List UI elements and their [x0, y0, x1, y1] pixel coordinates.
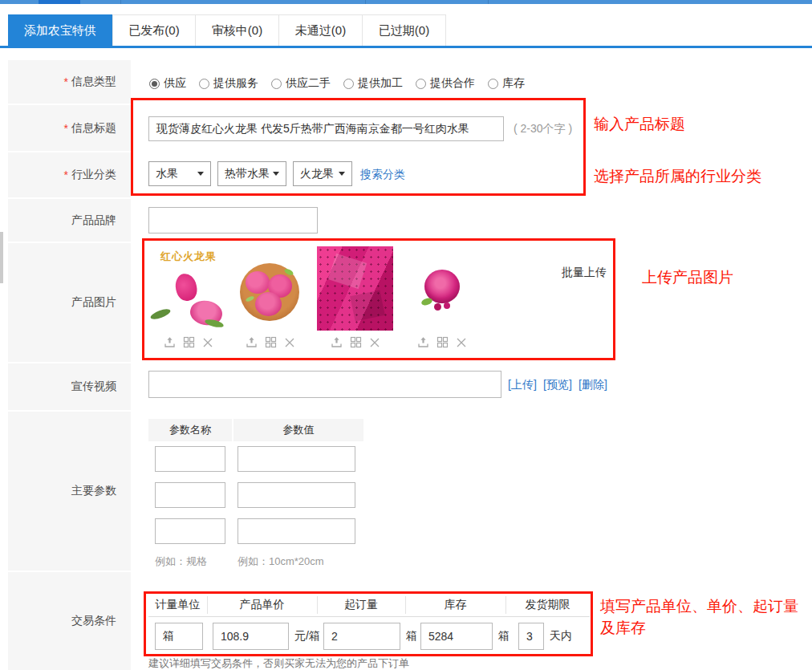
tab-expired[interactable]: 已过期(0) — [362, 14, 446, 47]
grid-icon[interactable] — [436, 336, 449, 348]
radio-supply[interactable]: 供应 — [149, 76, 186, 91]
radio-processing[interactable]: 提供加工 — [343, 76, 403, 91]
video-upload-link[interactable]: [上传] — [508, 378, 537, 392]
tab-published[interactable]: 已发布(0) — [112, 14, 196, 47]
browser-top-strip — [0, 0, 812, 4]
upload-icon[interactable] — [164, 336, 176, 348]
video-delete-link[interactable]: [删除] — [579, 378, 607, 392]
param-value-example: 例如：10cm*20cm — [238, 554, 324, 569]
trade-header-divider — [405, 596, 406, 614]
strip-divider — [488, 0, 489, 4]
radio-icon — [271, 79, 282, 89]
trade-unit-group: 箱 — [155, 623, 203, 650]
trade-moq-input[interactable]: 2 — [323, 623, 400, 650]
cube-highlight — [328, 254, 367, 290]
param-value-input-1[interactable] — [238, 446, 355, 472]
close-icon[interactable] — [456, 337, 467, 348]
product-image-2[interactable] — [234, 254, 305, 331]
required-mark: * — [64, 122, 68, 135]
label-video: 宣传视频 — [8, 363, 131, 410]
close-icon[interactable] — [202, 337, 213, 348]
radio-icon — [343, 79, 354, 89]
radio-label: 供应 — [164, 76, 186, 91]
trade-moq-unit: 箱 — [406, 629, 417, 644]
upload-icon[interactable] — [331, 336, 343, 348]
close-icon[interactable] — [369, 337, 380, 348]
grid-icon[interactable] — [350, 336, 362, 348]
param-value-input-3[interactable] — [238, 518, 355, 544]
tab-under-review[interactable]: 审核中(0) — [195, 14, 279, 47]
brand-input[interactable] — [148, 207, 318, 233]
param-name-input-1[interactable] — [155, 446, 225, 472]
trade-price-input[interactable]: 108.9 — [213, 623, 289, 650]
category-select-level1[interactable]: 水果 — [148, 161, 211, 186]
label-info-title: * 信息标题 — [8, 105, 131, 151]
image-1-toolbar — [164, 336, 213, 348]
radio-label: 提供合作 — [430, 76, 475, 91]
strip-divider — [120, 0, 121, 4]
product-image-4[interactable] — [405, 254, 477, 331]
radio-secondhand[interactable]: 供应二手 — [271, 76, 331, 91]
label-info-type: * 信息类型 — [8, 60, 131, 104]
label-text: 信息类型 — [71, 75, 116, 89]
upload-icon[interactable] — [417, 336, 429, 348]
dragonfruit-shape — [246, 271, 270, 294]
category-select-level2[interactable]: 热带水果 — [217, 161, 286, 186]
chevron-down-icon — [197, 172, 204, 176]
label-text: 交易条件 — [71, 614, 116, 628]
annotation-title: 输入产品标题 — [594, 113, 685, 135]
tab-add-special-supply[interactable]: 添加农宝特供 — [8, 14, 112, 47]
grid-icon[interactable] — [265, 336, 277, 348]
label-brand: 产品品牌 — [8, 199, 131, 242]
label-trade: 交易条件 — [8, 572, 131, 670]
trade-unit-input[interactable]: 箱 — [155, 623, 203, 650]
chevron-down-icon — [273, 172, 279, 176]
radio-icon — [199, 79, 209, 89]
tab-rejected[interactable]: 未通过(0) — [278, 14, 363, 47]
annotation-category: 选择产品所属的行业分类 — [594, 165, 761, 187]
param-value-header: 参数值 — [233, 419, 363, 441]
param-name-input-2[interactable] — [155, 482, 225, 508]
radio-label: 库存 — [502, 76, 525, 91]
trade-stock-input[interactable]: 5284 — [420, 623, 493, 650]
param-value-input-2[interactable] — [238, 482, 355, 508]
radio-icon — [149, 79, 160, 89]
annotation-trade: 填写产品单位、单价、起订量及库存 — [600, 595, 806, 639]
trade-price-unit: 元/箱 — [294, 629, 320, 644]
required-mark: * — [64, 169, 68, 181]
image-caption: 红心火龙果 — [148, 250, 229, 264]
upload-icon[interactable] — [246, 336, 258, 348]
annotation-images: 上传产品图片 — [642, 266, 733, 288]
grid-icon[interactable] — [183, 336, 195, 348]
search-category-link[interactable]: 搜索分类 — [360, 168, 405, 182]
close-icon[interactable] — [284, 337, 295, 348]
radio-label: 提供加工 — [358, 76, 403, 91]
video-preview-link[interactable]: [预览] — [543, 378, 572, 392]
product-image-1[interactable]: 红心火龙果 — [148, 246, 229, 331]
product-image-3[interactable] — [317, 246, 393, 331]
page: 添加农宝特供 已发布(0) 审核中(0) 未通过(0) 已过期(0) * 信息类… — [0, 0, 812, 670]
trade-price-group: 108.9 元/箱 — [213, 623, 320, 650]
radio-cooperation[interactable]: 提供合作 — [416, 76, 475, 91]
trade-header-moq: 起订量 — [317, 594, 405, 616]
label-images: 产品图片 — [8, 243, 131, 362]
trade-header-underline — [148, 616, 590, 617]
batch-upload-link[interactable]: 批量上传 — [562, 266, 607, 280]
category-select-level3[interactable]: 火龙果 — [293, 161, 352, 186]
video-url-input[interactable] — [148, 371, 501, 398]
trade-note: 建议详细填写交易条件，否则买家无法为您的产品下订单 — [148, 656, 409, 670]
radio-label: 提供服务 — [213, 76, 258, 91]
dragonfruit-shape — [255, 292, 282, 316]
trade-delivery-input[interactable]: 3 — [518, 623, 544, 650]
label-text: 行业分类 — [71, 168, 116, 182]
radio-service[interactable]: 提供服务 — [199, 76, 258, 91]
param-name-example: 例如：规格 — [155, 554, 207, 569]
title-input[interactable]: 现货薄皮红心火龙果 代发5斤热带广西海南京金都一号红肉水果 — [148, 116, 504, 141]
trade-delivery-group: 3 天内 — [518, 623, 572, 650]
trade-stock-unit: 箱 — [498, 629, 510, 644]
param-name-input-3[interactable] — [155, 518, 225, 544]
radio-stock[interactable]: 库存 — [488, 76, 525, 91]
trade-header-divider — [207, 596, 208, 614]
trade-header-price: 产品单价 — [207, 594, 317, 616]
scrollbar-thumb[interactable] — [0, 232, 3, 283]
